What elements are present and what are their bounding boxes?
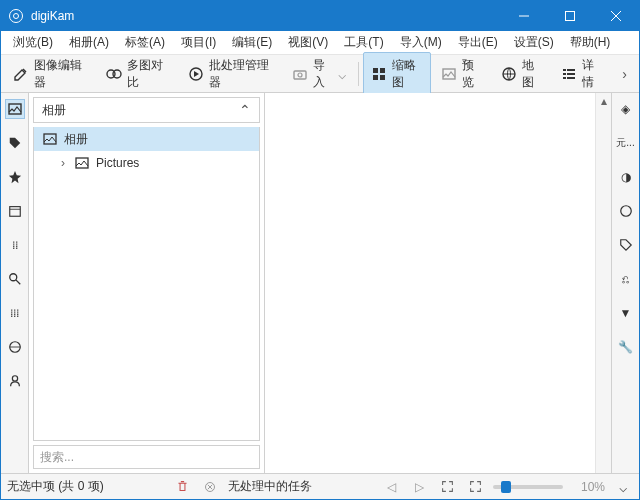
chevron-right-icon: ▷ bbox=[415, 480, 424, 494]
svg-rect-20 bbox=[567, 77, 575, 79]
next-button[interactable]: ▷ bbox=[409, 477, 429, 497]
zoom-dropdown[interactable]: ⌵ bbox=[613, 477, 633, 497]
menu-export[interactable]: 导出(E) bbox=[450, 31, 506, 54]
thumbnail-canvas[interactable]: ▴ bbox=[265, 93, 611, 473]
image-editor-button[interactable]: 图像编辑器 bbox=[5, 52, 96, 96]
panel-header[interactable]: 相册 ⌃ bbox=[33, 97, 260, 123]
rail-filters[interactable]: ▼ bbox=[616, 303, 636, 323]
thumbnails-view-button[interactable]: 缩略图 bbox=[363, 52, 432, 96]
svg-rect-19 bbox=[563, 77, 566, 79]
menu-import[interactable]: 导入(M) bbox=[392, 31, 450, 54]
list-icon bbox=[561, 66, 577, 82]
toolbar-label: 地图 bbox=[522, 57, 543, 91]
zoom-fit-button[interactable] bbox=[437, 477, 457, 497]
rail-colors[interactable]: ◑ bbox=[616, 167, 636, 187]
chevron-left-icon: ◁ bbox=[387, 480, 396, 494]
import-dropdown[interactable]: 导入 ⌵ bbox=[284, 52, 354, 96]
menu-tags[interactable]: 标签(A) bbox=[117, 31, 173, 54]
chevron-down-icon: ⌵ bbox=[619, 479, 627, 495]
rail-timeline[interactable]: ⁞⁞ bbox=[5, 235, 25, 255]
preview-view-button[interactable]: 预览 bbox=[433, 52, 491, 96]
trash-button[interactable] bbox=[172, 477, 192, 497]
rail-captions[interactable] bbox=[616, 235, 636, 255]
menu-settings[interactable]: 设置(S) bbox=[506, 31, 562, 54]
cancel-task-button[interactable] bbox=[200, 477, 220, 497]
details-view-button[interactable]: 详情 bbox=[553, 52, 611, 96]
svg-rect-17 bbox=[563, 73, 566, 75]
rail-labels[interactable] bbox=[5, 167, 25, 187]
vertical-scrollbar[interactable]: ▴ bbox=[595, 93, 611, 473]
palette-icon: ◑ bbox=[621, 170, 631, 184]
map-view-button[interactable]: 地图 bbox=[493, 52, 551, 96]
globe-icon bbox=[501, 66, 517, 82]
main-area: ⁞⁞ ⁞⁞⁞ 相册 ⌃ 相册 › Pictures ▴ bbox=[1, 93, 639, 473]
menu-item[interactable]: 项目(I) bbox=[173, 31, 224, 54]
rail-versions[interactable]: ⎌ bbox=[616, 269, 636, 289]
picture-icon bbox=[42, 131, 58, 147]
rail-tags[interactable] bbox=[5, 133, 25, 153]
slider-thumb[interactable] bbox=[501, 481, 511, 493]
rail-people[interactable] bbox=[5, 371, 25, 391]
batch-icon bbox=[188, 66, 204, 82]
menu-album[interactable]: 相册(A) bbox=[61, 31, 117, 54]
menu-view[interactable]: 视图(V) bbox=[280, 31, 336, 54]
chevron-down-icon: ⌵ bbox=[338, 66, 346, 82]
tree-item-pictures[interactable]: › Pictures bbox=[34, 151, 259, 175]
wrench-icon: 🔧 bbox=[618, 340, 633, 354]
diamond-icon: ◈ bbox=[621, 102, 630, 116]
versions-icon: ⎌ bbox=[622, 272, 629, 286]
left-sidebar-rail: ⁞⁞ ⁞⁞⁞ bbox=[1, 93, 29, 473]
albums-panel: 相册 ⌃ 相册 › Pictures bbox=[29, 93, 265, 473]
close-button[interactable] bbox=[593, 1, 639, 31]
toolbar-label: 批处理管理器 bbox=[209, 57, 274, 91]
toolbar-label: 预览 bbox=[462, 57, 483, 91]
rail-map[interactable] bbox=[5, 337, 25, 357]
toolbar-label: 详情 bbox=[582, 57, 603, 91]
zoom-percent: 10% bbox=[571, 480, 605, 494]
light-table-button[interactable]: 多图对比 bbox=[98, 52, 178, 96]
rail-search[interactable] bbox=[5, 269, 25, 289]
svg-rect-22 bbox=[9, 207, 20, 217]
rail-similar[interactable]: ⁞⁞⁞ bbox=[5, 303, 25, 323]
timeline-icon: ⁞⁞ bbox=[12, 239, 18, 252]
menu-tools[interactable]: 工具(T) bbox=[336, 31, 391, 54]
prev-button[interactable]: ◁ bbox=[381, 477, 401, 497]
window-title: digiKam bbox=[31, 9, 501, 23]
svg-rect-15 bbox=[563, 69, 566, 71]
rail-tools[interactable]: 🔧 bbox=[616, 337, 636, 357]
chevron-up-icon: ⌃ bbox=[239, 102, 251, 118]
rail-metadata[interactable]: 元... bbox=[616, 133, 636, 153]
right-sidebar-rail: ◈ 元... ◑ ⎌ ▼ 🔧 bbox=[611, 93, 639, 473]
menu-help[interactable]: 帮助(H) bbox=[562, 31, 619, 54]
toolbar-label: 图像编辑器 bbox=[34, 57, 88, 91]
zoom-slider[interactable] bbox=[493, 485, 563, 489]
batch-queue-button[interactable]: 批处理管理器 bbox=[180, 52, 282, 96]
zoom-100-button[interactable] bbox=[465, 477, 485, 497]
menu-browse[interactable]: 浏览(B) bbox=[5, 31, 61, 54]
svg-rect-12 bbox=[380, 75, 385, 80]
toolbar-overflow-button[interactable]: › bbox=[614, 61, 635, 87]
similar-icon: ⁞⁞⁞ bbox=[10, 307, 19, 320]
svg-rect-10 bbox=[380, 68, 385, 73]
search-input[interactable] bbox=[33, 445, 260, 469]
app-icon bbox=[9, 9, 23, 23]
menu-edit[interactable]: 编辑(E) bbox=[224, 31, 280, 54]
toolbar: 图像编辑器 多图对比 批处理管理器 导入 ⌵ 缩略图 预览 地图 详情 › bbox=[1, 55, 639, 93]
tree-root-albums[interactable]: 相册 bbox=[34, 127, 259, 151]
minimize-button[interactable] bbox=[501, 1, 547, 31]
filter-icon: ▼ bbox=[620, 306, 632, 320]
maximize-button[interactable] bbox=[547, 1, 593, 31]
task-status: 无处理中的任务 bbox=[228, 478, 312, 495]
toolbar-label: 多图对比 bbox=[127, 57, 170, 91]
svg-point-5 bbox=[113, 70, 121, 78]
rail-geolocation[interactable] bbox=[616, 201, 636, 221]
scroll-up-icon[interactable]: ▴ bbox=[596, 93, 611, 109]
image-icon bbox=[441, 66, 457, 82]
rail-properties[interactable]: ◈ bbox=[616, 99, 636, 119]
chevron-right-icon: › bbox=[622, 66, 627, 82]
svg-point-24 bbox=[9, 274, 16, 281]
toolbar-label: 缩略图 bbox=[392, 57, 424, 91]
rail-albums[interactable] bbox=[5, 99, 25, 119]
rail-dates[interactable] bbox=[5, 201, 25, 221]
expand-icon[interactable]: › bbox=[58, 156, 68, 170]
